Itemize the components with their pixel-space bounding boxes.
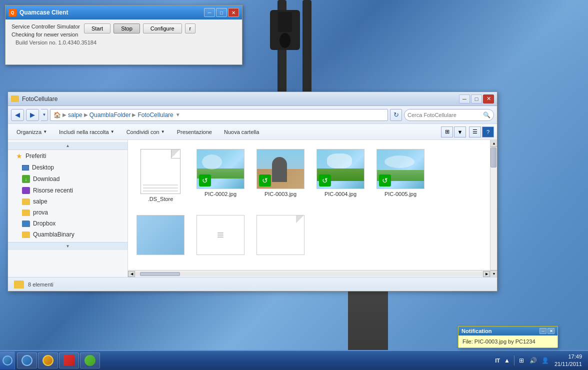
main-scrollbar[interactable]: ▲ ▼ [490,140,497,277]
tray-up-button[interactable]: ▲ [502,356,512,366]
sidebar-item-prova[interactable]: prova [8,207,128,218]
start-button[interactable] [0,352,15,370]
vscroll-up[interactable]: ▲ [490,140,497,147]
explorer-maximize-button[interactable]: □ [471,94,482,104]
configure-button[interactable]: Configure [143,24,182,34]
file-item-pic0002[interactable]: ↺ PIC-0002.jpg [193,145,248,206]
app-icon [84,355,96,366]
explorer-minimize-button[interactable]: ─ [459,94,470,104]
taskbar-browser-icon[interactable] [38,352,58,368]
explorer-close-button[interactable]: ✕ [483,94,494,104]
quamcase-minimize-button[interactable]: ─ [204,8,215,17]
includi-button[interactable]: Includi nella raccolta ▼ [54,128,120,136]
user-icon[interactable]: 👤 [540,356,550,366]
explorer-window: FotoCellulare ─ □ ✕ ◀ ▶ ▼ 🏠 ▶ salpe ▶ Qu… [8,92,498,292]
partial1-thumb [136,215,184,255]
file-item-ds-store[interactable]: .DS_Store [133,145,188,206]
sidebar-item-dropbox[interactable]: Dropbox [8,218,128,229]
sidebar-scroll-down[interactable]: ▼ [8,242,128,250]
folder-quambla-icon [22,232,30,238]
horizontal-scrollbar[interactable]: ◀ ▶ [128,270,490,277]
taskbar-ie-icon[interactable] [17,352,37,368]
status-count: 8 elementi [28,282,54,288]
tray-separator [514,356,514,366]
file-item-partial1[interactable] [133,211,188,259]
volume-icon[interactable]: 🔊 [528,356,538,366]
desktop-icon [22,165,29,170]
forward-button[interactable]: ▶ [26,109,39,121]
back-button[interactable]: ◀ [11,109,24,121]
sidebar-item-quambla[interactable]: QuamblaBinary [8,229,128,240]
vscroll-thumb[interactable] [490,148,496,168]
file-item-pic0005[interactable]: ↺ PIC-0005.jpg [373,145,428,206]
file-item-partial2[interactable]: ≡ [193,211,248,259]
nav-dropdown-button[interactable]: ▼ [41,109,48,121]
includi-arrow-icon: ▼ [110,130,114,134]
hscroll-track [135,272,483,276]
taskbar-paint-icon[interactable] [59,352,79,368]
sidebar-scroll: ▲ ★ Preferiti Desktop ↓ Download [8,140,128,277]
sidebar-item-risorse[interactable]: Risorse recenti [8,185,128,196]
search-input[interactable] [408,112,481,118]
view-buttons: ⊞ ▼ ☰ ? [441,126,494,138]
view-dropdown-button[interactable]: ▼ [454,126,466,138]
notif-close-button[interactable]: ✕ [548,328,554,334]
search-bar[interactable]: 🔍 [404,109,494,121]
presentazione-button[interactable]: Presentazione [172,128,218,136]
sidebar-item-download[interactable]: ↓ Download [8,173,128,185]
vscroll-down[interactable]: ▼ [490,270,497,277]
sidebar-item-desktop[interactable]: Desktop [8,162,128,173]
stop-button[interactable]: Stop [114,24,140,34]
quamcase-close-button[interactable]: ✕ [228,8,239,17]
taskbar-app-icon[interactable] [80,352,100,368]
sidebar-item-salpe[interactable]: salpe [8,196,128,207]
download-icon: ↓ [22,175,30,183]
sidebar-scroll-up[interactable]: ▲ [8,142,128,150]
breadcrumb-quambla[interactable]: QuamblaFolder [90,112,131,118]
file-name-pic0003: PIC-0003.jpg [264,191,296,197]
nuova-cartella-button[interactable]: Nuova cartella [218,128,264,136]
quamcase-body: Service Controller Simulator Checking fo… [6,20,242,50]
sidebar-label-prova: prova [33,209,48,216]
folder-salpe-icon [22,198,30,205]
explorer-status: 8 elementi [8,277,497,291]
explorer-navbar: ◀ ▶ ▼ 🏠 ▶ salpe ▶ QuamblaFolder ▶ FotoCe… [8,106,497,124]
hscroll-right[interactable]: ▶ [483,271,490,277]
start-button[interactable]: Start [84,24,110,34]
tray-date: 21/11/2011 [554,360,582,368]
breadcrumb-foto[interactable]: FotoCellulare [138,112,173,118]
file-name-pic0004: PIC-0004.jpg [324,191,356,197]
notification-header: Notification ─ ✕ [458,326,558,336]
view-icon-button[interactable]: ⊞ [441,126,453,138]
file-name-pic0002: PIC-0002.jpg [204,191,236,197]
sidebar-label-salpe: salpe [33,198,48,205]
explorer-content: ▲ ★ Preferiti Desktop ↓ Download [8,140,497,277]
file-grid: .DS_Store ↺ PIC-0002.jpg [128,140,490,270]
organizza-button[interactable]: Organizza ▼ [11,128,52,136]
condividi-arrow-icon: ▼ [161,130,165,134]
ie-icon [22,355,32,366]
file-name-ds-store: .DS_Store [148,196,174,202]
file-item-partial3[interactable] [253,211,308,259]
notif-minimize-button[interactable]: ─ [540,328,546,334]
sidebar-label-dropbox: Dropbox [33,220,56,227]
quamcase-maximize-button[interactable]: □ [216,8,227,17]
view-details-button[interactable]: ☰ [469,126,481,138]
network-icon[interactable]: ⊞ [516,356,526,366]
hscroll-thumb[interactable] [140,272,180,276]
refresh-button[interactable]: ↻ [390,109,402,121]
sidebar-item-preferiti[interactable]: ★ Preferiti [8,150,128,162]
folder-title-icon [11,96,19,102]
hscroll-left[interactable]: ◀ [128,271,135,277]
explorer-window-controls: ─ □ ✕ [459,94,494,104]
explorer-main: .DS_Store ↺ PIC-0002.jpg [128,140,490,277]
explorer-sidebar: ▲ ★ Preferiti Desktop ↓ Download [8,140,128,277]
file-item-pic0003[interactable]: ↺ PIC-0003.jpg [253,145,308,206]
sidebar-label-download: Download [33,176,60,182]
breadcrumb-salpe[interactable]: salpe [68,112,82,118]
r-button[interactable]: r [185,24,196,34]
help-button[interactable]: ? [482,126,494,138]
file-item-pic0004[interactable]: ↺ PIC-0004.jpg [313,145,368,206]
sidebar-label-preferiti: Preferiti [26,152,46,160]
condividi-button[interactable]: Condividi con ▼ [121,128,170,136]
